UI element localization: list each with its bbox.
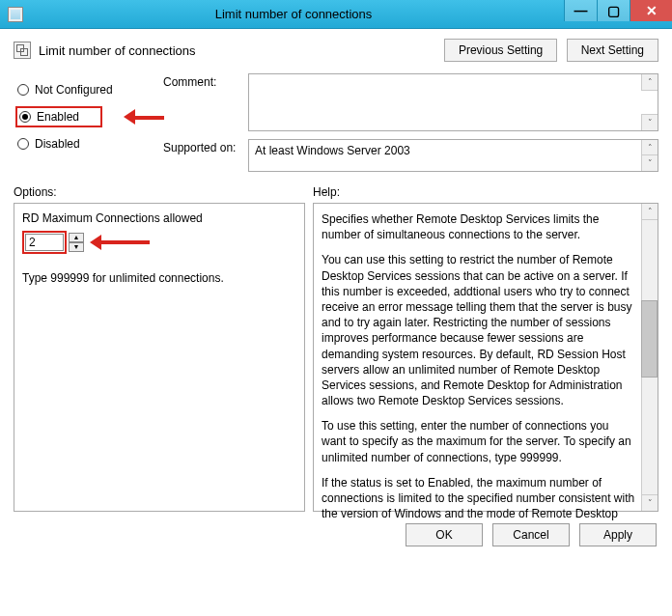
radio-label: Disabled [35,137,80,151]
radio-icon [17,138,29,150]
unlimited-hint: Type 999999 for unlimited connections. [22,271,296,285]
rd-max-connections-label: RD Maximum Connections allowed [22,211,296,225]
comment-textarea[interactable]: ˄ ˅ [248,73,658,131]
next-setting-button[interactable]: Next Setting [567,39,658,62]
scroll-down-icon[interactable]: ˅ [641,154,658,171]
ok-button[interactable]: OK [406,523,483,546]
radio-not-configured[interactable]: Not Configured [17,83,163,97]
scroll-thumb[interactable] [641,300,658,378]
rd-max-connections-input[interactable] [25,234,64,251]
supported-on-value: At least Windows Server 2003 [249,140,658,161]
previous-setting-button[interactable]: Previous Setting [444,39,557,62]
window-title: Limit number of connections [23,7,564,21]
window-controls: — ▢ ✕ [564,0,672,28]
scroll-up-icon[interactable]: ˄ [641,74,658,91]
options-panel: RD Maximum Connections allowed ▲ ▼ Type … [14,203,305,512]
window-icon [8,7,23,22]
rd-max-connections-spinner[interactable] [22,231,67,254]
help-panel: Specifies whether Remote Desktop Service… [313,203,658,512]
cancel-button[interactable]: Cancel [492,523,570,546]
scroll-up-icon[interactable]: ˄ [641,204,658,220]
spinner-up-button[interactable]: ▲ [69,233,84,242]
annotation-arrow-icon [90,233,157,252]
help-scrollbar[interactable]: ˄ ˅ [641,204,658,511]
supported-label: Supported on: [163,139,240,154]
policy-icon [14,42,31,59]
options-section-label: Options: [14,185,313,199]
maximize-button[interactable]: ▢ [597,0,630,21]
apply-button[interactable]: Apply [579,523,657,546]
help-paragraph: Specifies whether Remote Desktop Service… [322,211,636,242]
help-paragraph: If the status is set to Enabled, the max… [322,475,636,522]
help-paragraph: To use this setting, enter the number of… [322,418,636,465]
scroll-down-icon[interactable]: ˅ [641,494,658,511]
radio-enabled[interactable]: Enabled [15,106,102,127]
scroll-down-icon[interactable]: ˅ [641,114,658,130]
title-bar: Limit number of connections — ▢ ✕ [0,0,672,29]
radio-label: Not Configured [35,83,113,97]
radio-icon [19,111,31,123]
annotation-arrow-icon [124,107,172,126]
radio-icon [17,84,29,96]
minimize-button[interactable]: — [564,0,597,21]
spinner-down-button[interactable]: ▼ [69,242,84,252]
comment-label: Comment: [163,73,240,89]
policy-name: Limit number of connections [39,43,196,58]
help-section-label: Help: [313,185,340,199]
state-radio-group: Not Configured Enabled Disabled [17,83,163,151]
supported-on-box: At least Windows Server 2003 ˄ ˅ [248,139,658,172]
radio-disabled[interactable]: Disabled [17,137,163,151]
radio-label: Enabled [37,110,79,124]
close-button[interactable]: ✕ [630,0,672,21]
help-paragraph: You can use this setting to restrict the… [322,252,636,408]
